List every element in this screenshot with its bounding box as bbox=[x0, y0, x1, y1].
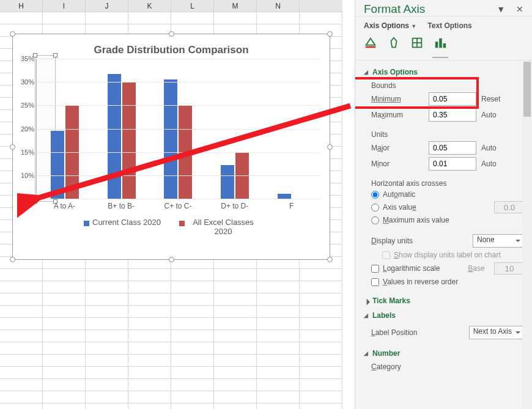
section-labels[interactable]: ◢Labels bbox=[358, 308, 532, 322]
svg-marker-3 bbox=[391, 38, 396, 48]
svg-rect-2 bbox=[366, 46, 376, 48]
log-scale-checkbox[interactable] bbox=[371, 265, 379, 273]
y-tick-label: 25% bbox=[21, 101, 34, 109]
section-number[interactable]: ◢Number bbox=[358, 345, 532, 360]
x-tick-label: A to A- bbox=[43, 202, 86, 210]
log-base-input bbox=[494, 262, 525, 275]
auto-label: Auto bbox=[480, 111, 504, 119]
pane-title: Format Axis bbox=[364, 2, 425, 16]
resize-handle[interactable] bbox=[327, 144, 333, 150]
bar[interactable] bbox=[51, 131, 64, 199]
column-header[interactable]: I bbox=[43, 0, 86, 12]
close-icon[interactable]: ✕ bbox=[514, 3, 526, 15]
column-header[interactable]: M bbox=[214, 0, 257, 12]
task-pane-options-icon[interactable]: ▼ bbox=[494, 3, 508, 15]
major-label: Major bbox=[371, 144, 425, 152]
category-axis-labels[interactable]: A to A-B+ to B-C+ to C-D+ to D-F bbox=[36, 202, 320, 210]
units-label: Units bbox=[371, 130, 525, 139]
tab-axis-options[interactable]: Axis Options ▼ bbox=[364, 21, 416, 30]
x-tick-label: C+ to C- bbox=[157, 202, 199, 210]
resize-handle[interactable] bbox=[10, 257, 15, 262]
x-tick-label: B+ to B- bbox=[100, 202, 142, 210]
crosses-label: Horizontal axis crosses bbox=[371, 179, 525, 188]
display-units-label: Display units bbox=[371, 237, 432, 245]
format-axis-pane: Format Axis ▼ ✕ Axis Options ▼ Text Opti… bbox=[355, 0, 532, 409]
bar[interactable] bbox=[278, 194, 291, 199]
column-header[interactable]: L bbox=[171, 0, 214, 12]
column-headers: HIJKLMN bbox=[0, 0, 342, 12]
column-header[interactable]: J bbox=[86, 0, 128, 12]
label-position-combo[interactable]: Next to Axis bbox=[469, 326, 525, 339]
y-tick-label: 5% bbox=[24, 195, 34, 202]
effects-icon[interactable] bbox=[387, 36, 401, 51]
show-units-label-checkbox bbox=[382, 251, 390, 259]
fill-line-icon[interactable] bbox=[364, 36, 377, 51]
resize-handle[interactable] bbox=[327, 257, 333, 262]
label-position-label: Label Position bbox=[371, 328, 432, 337]
category-label: Category bbox=[371, 363, 525, 371]
resize-handle[interactable] bbox=[169, 257, 174, 262]
resize-handle[interactable] bbox=[169, 31, 174, 37]
legend-item[interactable]: All Excel Classes 2020 bbox=[179, 218, 259, 236]
spreadsheet-grid[interactable]: HIJKLMN Grade Distribution Comparison 5%… bbox=[0, 0, 342, 409]
maximum-label: Maximum bbox=[371, 111, 425, 119]
column-header[interactable]: N bbox=[257, 0, 300, 12]
column-header[interactable]: H bbox=[0, 0, 43, 12]
y-tick-label: 15% bbox=[21, 149, 34, 156]
section-tick-marks[interactable]: ◢Tick Marks bbox=[358, 293, 532, 308]
size-properties-icon[interactable] bbox=[410, 36, 424, 51]
bar[interactable] bbox=[164, 79, 177, 199]
column-header[interactable]: K bbox=[128, 0, 171, 12]
major-unit-input[interactable] bbox=[429, 141, 476, 155]
y-tick-label: 30% bbox=[21, 78, 34, 86]
svg-rect-8 bbox=[439, 39, 442, 48]
resize-handle[interactable] bbox=[327, 31, 333, 37]
chart-legend[interactable]: Current Class 2020All Excel Classes 2020 bbox=[13, 218, 330, 236]
minor-unit-input[interactable] bbox=[429, 157, 476, 171]
crosses-automatic-radio[interactable] bbox=[371, 191, 379, 199]
svg-rect-9 bbox=[443, 43, 446, 48]
maximum-input[interactable] bbox=[429, 108, 476, 122]
y-tick-label: 20% bbox=[21, 125, 34, 133]
tab-text-options[interactable]: Text Options bbox=[427, 21, 471, 30]
section-axis-options[interactable]: ◢Axis Options bbox=[358, 64, 532, 79]
crosses-axis-value-radio[interactable] bbox=[371, 204, 379, 212]
bar[interactable] bbox=[221, 165, 234, 199]
y-tick-label: 35% bbox=[21, 55, 34, 62]
svg-rect-7 bbox=[435, 42, 438, 48]
crosses-axis-value-input bbox=[494, 201, 525, 213]
chart-title[interactable]: Grade Distribution Comparison bbox=[13, 34, 330, 59]
pane-scrollbar[interactable] bbox=[522, 61, 532, 409]
plot-area[interactable]: 5%10%15%20%25%30%35% bbox=[36, 59, 320, 199]
resize-handle[interactable] bbox=[10, 144, 15, 150]
bar[interactable] bbox=[108, 74, 121, 199]
bounds-label: Bounds bbox=[371, 81, 525, 90]
scrollbar-thumb[interactable] bbox=[523, 62, 531, 117]
y-tick-label: 10% bbox=[21, 172, 34, 179]
display-units-combo[interactable]: None bbox=[473, 234, 525, 248]
embedded-chart[interactable]: Grade Distribution Comparison 5%10%15%20… bbox=[12, 34, 330, 260]
axis-options-icon[interactable] bbox=[434, 36, 447, 51]
minimum-label: Minimum bbox=[371, 95, 425, 103]
bar[interactable] bbox=[122, 82, 136, 199]
legend-item[interactable]: Current Class 2020 bbox=[84, 218, 161, 236]
reverse-order-checkbox[interactable] bbox=[371, 278, 379, 286]
reset-button[interactable]: Reset bbox=[480, 95, 504, 103]
x-tick-label: D+ to D- bbox=[213, 202, 256, 210]
minor-label: Minor bbox=[371, 160, 425, 168]
resize-handle[interactable] bbox=[10, 31, 15, 37]
minimum-input[interactable] bbox=[429, 92, 476, 106]
x-tick-label: F bbox=[270, 202, 313, 210]
crosses-max-radio[interactable] bbox=[371, 216, 379, 224]
